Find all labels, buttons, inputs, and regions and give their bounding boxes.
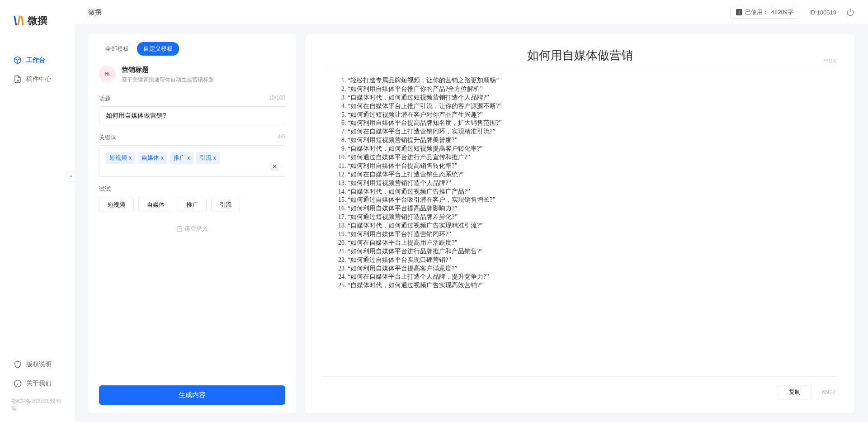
tabs: 全部模板 自定义模板	[99, 42, 285, 56]
usage-badge[interactable]: T 已使用： 48289字	[730, 6, 799, 19]
remove-tag-icon[interactable]: x	[187, 155, 190, 161]
logo-text: 微撰	[28, 14, 47, 28]
topic-input[interactable]	[99, 106, 285, 125]
suggestion-chip[interactable]: 推广	[178, 198, 207, 212]
result-item: “如何在自媒体平台上打造营销闭环，实现精准引流?”	[348, 128, 836, 136]
usage-value: 48289字	[771, 8, 793, 16]
nav-label: 版权说明	[26, 360, 52, 369]
sidebar-item-copyright[interactable]: 版权说明	[0, 355, 75, 374]
sidebar-item-workbench[interactable]: 工作台	[0, 51, 75, 70]
result-item: “如何利用短视频营销提升品牌美誉度?”	[348, 136, 836, 145]
sidebar-item-drafts[interactable]: 稿件中心	[0, 70, 75, 89]
result-item: “如何通过自媒体平台进行产品宣传和推广?”	[348, 153, 836, 162]
result-item: “自媒体时代，如何通过短视频提高客户转化率?”	[348, 145, 836, 153]
right-panel: 如何用自媒体做营销 9/100 “轻松打造专属品牌短视频，让你的营销之路更加顺畅…	[305, 34, 854, 413]
content: 全部模板 自定义模板 Hi 营销标题 基于关键词快速帮你自动生成营销标题 话题 …	[75, 25, 868, 422]
copy-button[interactable]: 复制	[778, 385, 812, 399]
icp-text: 鄂ICP备2022016946号	[0, 393, 75, 413]
keyword-tag[interactable]: 推广 x	[170, 152, 193, 164]
result-item: “如何通过短视频让潜在客户对你产品产生兴趣?”	[348, 111, 836, 119]
template-title: 营销标题	[122, 66, 214, 74]
fill-hint[interactable]: 请空录入	[99, 225, 285, 233]
chip-row: 短视频自媒体推广引流	[99, 198, 285, 212]
result-item: “如何利用短视频营销打造个人品牌?”	[348, 179, 836, 188]
template-head: Hi 营销标题 基于关键词快速帮你自动生成营销标题	[99, 66, 285, 84]
page-title: 微撰	[88, 8, 102, 17]
template-desc: 基于关键词快速帮你自动生成营销标题	[122, 76, 214, 84]
result-item: “如何在自媒体平台上推广引流，让你的客户源源不断?”	[348, 102, 836, 111]
result-item: “如何利用自媒体平台打造营销闭环?”	[348, 230, 836, 239]
left-panel: 全部模板 自定义模板 Hi 营销标题 基于关键词快速帮你自动生成营销标题 话题 …	[88, 34, 296, 413]
result-item: “如何利用自媒体平台推广你的产品?全方位解析”	[348, 85, 836, 94]
header-right: T 已使用： 48289字 ID:100519	[730, 6, 854, 19]
topic-count: 10/100	[269, 95, 285, 103]
tab-custom-template[interactable]: 自定义模板	[137, 42, 179, 56]
clear-tags-button[interactable]: ✕	[270, 162, 279, 171]
main: 微撰 T 已使用： 48289字 ID:100519 全部模板 自定义模板	[75, 0, 868, 422]
suggestion-chip[interactable]: 自媒体	[138, 198, 173, 212]
remove-tag-icon[interactable]: x	[161, 155, 164, 161]
result-item: “如何在自媒体平台上打造个人品牌，提升竞争力?”	[348, 273, 836, 281]
nav-label: 工作台	[26, 56, 45, 64]
cube-icon	[14, 56, 22, 64]
nav: 工作台 稿件中心	[0, 51, 75, 355]
power-icon[interactable]	[846, 8, 854, 16]
tab-all-templates[interactable]: 全部模板	[99, 42, 135, 56]
usage-prefix: 已使用：	[745, 8, 769, 16]
result-item: “轻松打造专属品牌短视频，让你的营销之路更加顺畅”	[348, 76, 836, 85]
logo[interactable]: \/\ 微撰	[0, 14, 75, 51]
info-icon	[14, 379, 22, 388]
result-item: “如何利用自媒体平台提高销售转化率?”	[348, 162, 836, 171]
result-item: “如何利用自媒体平台进行品牌推广和产品销售?”	[348, 247, 836, 256]
sidebar: \/\ 微撰 工作台 稿件中心 版权说明	[0, 0, 75, 422]
keyword-label-row: 关键词 4/6	[99, 133, 285, 142]
result-item: “如何通过短视频营销打造品牌差异化?”	[348, 213, 836, 222]
result-item: “自媒体时代，如何通过视频广告推广产品?”	[348, 188, 836, 196]
result-footer: 复制 658字	[323, 376, 836, 399]
result-item: “自媒体时代，如何通过视频广告实现精准引流?”	[348, 222, 836, 230]
result-title: 如何用自媒体做营销	[323, 47, 836, 63]
remove-tag-icon[interactable]: x	[213, 155, 216, 161]
fill-hint-text: 请空录入	[184, 225, 208, 233]
result-item: “如何在自媒体平台上打造营销生态系统?”	[348, 171, 836, 179]
hi-icon: Hi	[99, 66, 115, 82]
generate-button[interactable]: 生成内容	[99, 385, 285, 405]
bottom-nav: 版权说明 关于我们	[0, 355, 75, 393]
nav-label: 稿件中心	[26, 75, 52, 83]
result-item: “如何在自媒体平台上提高用户活跃度?”	[348, 239, 836, 247]
keyword-tags-box[interactable]: 短视频 x自媒体 x推广 x引流 x ✕	[99, 145, 285, 177]
keyword-label: 关键词	[99, 133, 117, 142]
result-item: “如何利用自媒体平台提高品牌知名度，扩大销售范围?”	[348, 119, 836, 128]
try-label: 试试	[99, 185, 285, 193]
nav-label: 关于我们	[26, 379, 52, 388]
char-count: 658字	[822, 389, 836, 396]
user-id: ID:100519	[809, 9, 836, 16]
keyword-tag[interactable]: 引流 x	[196, 152, 220, 164]
sidebar-collapse-button[interactable]	[67, 171, 75, 182]
text-icon: T	[736, 9, 742, 15]
keyword-tag[interactable]: 自媒体 x	[138, 152, 167, 164]
suggestion-chip[interactable]: 引流	[211, 198, 240, 212]
keyword-tag[interactable]: 短视频 x	[106, 152, 135, 164]
remove-tag-icon[interactable]: x	[129, 155, 132, 161]
result-item: “如何通过自媒体平台吸引潜在客户，实现销售增长?”	[348, 196, 836, 204]
result-item: “如何利用自媒体平台提高品牌影响力?”	[348, 204, 836, 213]
result-item: “自媒体时代，如何通过视频广告实现高效营销?”	[348, 281, 836, 290]
topic-label-row: 话题 10/100	[99, 95, 285, 103]
result-list: “轻松打造专属品牌短视频，让你的营销之路更加顺畅”“如何利用自媒体平台推广你的产…	[323, 76, 836, 376]
logo-mark: \/\	[14, 14, 24, 28]
result-title-row: 如何用自媒体做营销 9/100	[323, 47, 836, 63]
header: 微撰 T 已使用： 48289字 ID:100519	[75, 0, 868, 25]
topic-label: 话题	[99, 95, 111, 103]
suggestion-chip[interactable]: 短视频	[99, 198, 134, 212]
result-item: “如何利用自媒体平台提高客户满意度?”	[348, 265, 836, 273]
shield-icon	[14, 360, 22, 369]
result-item: “自媒体时代，如何通过短视频营销打造个人品牌?”	[348, 94, 836, 102]
sidebar-item-about[interactable]: 关于我们	[0, 374, 75, 393]
divider	[323, 68, 836, 68]
keyword-count: 4/6	[278, 133, 285, 142]
result-item: “如何通过自媒体平台实现口碑营销?”	[348, 256, 836, 265]
doc-icon	[14, 75, 22, 83]
result-title-count: 9/100	[824, 58, 836, 63]
